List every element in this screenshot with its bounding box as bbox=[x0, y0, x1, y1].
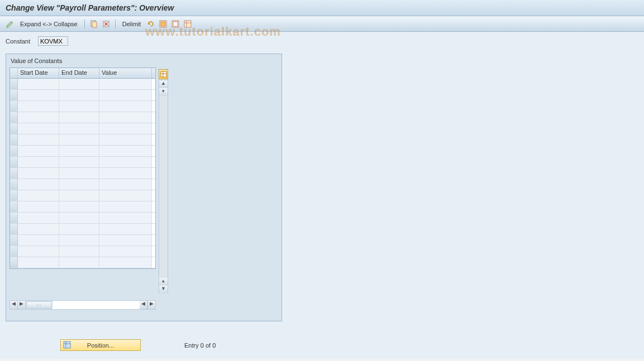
table-row[interactable] bbox=[10, 112, 155, 123]
cell-start[interactable] bbox=[18, 146, 59, 156]
table-row[interactable] bbox=[10, 190, 155, 201]
cell-value[interactable] bbox=[99, 112, 152, 123]
column-header-end[interactable]: End Date bbox=[59, 68, 99, 78]
undo-icon[interactable] bbox=[146, 20, 155, 28]
cell-end[interactable] bbox=[59, 101, 99, 112]
row-selector[interactable] bbox=[10, 235, 18, 246]
cell-start[interactable] bbox=[18, 224, 59, 234]
table-row[interactable] bbox=[10, 79, 155, 90]
cell-value[interactable] bbox=[99, 168, 152, 179]
cell-end[interactable] bbox=[59, 257, 99, 268]
delete-icon[interactable] bbox=[102, 20, 111, 28]
cell-value[interactable] bbox=[99, 157, 152, 167]
row-selector[interactable] bbox=[10, 179, 18, 190]
cell-start[interactable] bbox=[18, 168, 59, 179]
cell-value[interactable] bbox=[99, 213, 152, 223]
cell-end[interactable] bbox=[59, 79, 99, 89]
position-button[interactable]: Position... bbox=[60, 339, 141, 351]
row-selector[interactable] bbox=[10, 190, 18, 201]
cell-value[interactable] bbox=[99, 146, 152, 156]
row-selector[interactable] bbox=[10, 168, 18, 179]
cell-start[interactable] bbox=[18, 246, 59, 257]
cell-value[interactable] bbox=[99, 201, 152, 212]
row-selector[interactable] bbox=[10, 201, 18, 212]
cell-end[interactable] bbox=[59, 235, 99, 246]
vertical-scrollbar[interactable]: ▲ ▾ ▴ ▼ bbox=[159, 80, 168, 293]
row-selector[interactable] bbox=[10, 101, 18, 112]
delimit-button[interactable]: Delimit bbox=[120, 21, 144, 27]
cell-value[interactable] bbox=[99, 190, 152, 201]
cell-start[interactable] bbox=[18, 235, 59, 246]
table-row[interactable] bbox=[10, 90, 155, 101]
cell-end[interactable] bbox=[59, 213, 99, 223]
table-row[interactable] bbox=[10, 146, 155, 157]
cell-start[interactable] bbox=[18, 79, 59, 89]
row-selector[interactable] bbox=[10, 90, 18, 100]
cell-start[interactable] bbox=[18, 123, 59, 134]
cell-end[interactable] bbox=[59, 246, 99, 257]
cell-value[interactable] bbox=[99, 246, 152, 257]
table-row[interactable] bbox=[10, 101, 155, 112]
vscroll-track[interactable] bbox=[159, 96, 168, 278]
row-select-header[interactable] bbox=[10, 68, 18, 78]
cell-start[interactable] bbox=[18, 213, 59, 223]
table-row[interactable] bbox=[10, 123, 155, 134]
cell-end[interactable] bbox=[59, 146, 99, 156]
cell-end[interactable] bbox=[59, 90, 99, 100]
table-row[interactable] bbox=[10, 201, 155, 213]
copy-icon[interactable] bbox=[89, 20, 98, 28]
cell-value[interactable] bbox=[99, 101, 152, 112]
change-mode-icon[interactable] bbox=[6, 20, 15, 28]
scroll-down-icon[interactable]: ▼ bbox=[159, 286, 168, 293]
cell-value[interactable] bbox=[99, 179, 152, 190]
cell-start[interactable] bbox=[18, 157, 59, 167]
select-all-icon[interactable] bbox=[159, 20, 168, 28]
cell-end[interactable] bbox=[59, 157, 99, 167]
row-selector[interactable] bbox=[10, 213, 18, 223]
table-row[interactable] bbox=[10, 168, 155, 179]
cell-end[interactable] bbox=[59, 190, 99, 201]
cell-end[interactable] bbox=[59, 112, 99, 123]
row-selector[interactable] bbox=[10, 157, 18, 167]
scroll-down2-icon[interactable]: ▴ bbox=[159, 278, 168, 286]
table-row[interactable] bbox=[10, 246, 155, 257]
cell-start[interactable] bbox=[18, 134, 59, 145]
cell-start[interactable] bbox=[18, 112, 59, 123]
table-row[interactable] bbox=[10, 257, 155, 268]
table-configure-icon[interactable] bbox=[159, 69, 168, 79]
cell-end[interactable] bbox=[59, 123, 99, 134]
scroll-right-icon[interactable]: ▶ bbox=[147, 301, 155, 309]
row-selector[interactable] bbox=[10, 146, 18, 156]
constant-field[interactable] bbox=[38, 36, 68, 46]
cell-start[interactable] bbox=[18, 190, 59, 201]
cell-value[interactable] bbox=[99, 134, 152, 145]
expand-collapse-button[interactable]: Expand <-> Collapse bbox=[18, 21, 80, 27]
cell-end[interactable] bbox=[59, 168, 99, 179]
scroll-up2-icon[interactable]: ▾ bbox=[159, 88, 168, 96]
scroll-up-icon[interactable]: ▲ bbox=[159, 80, 168, 88]
row-selector[interactable] bbox=[10, 224, 18, 234]
hscroll-track[interactable] bbox=[53, 301, 140, 309]
scroll-left-icon[interactable]: ◀ bbox=[10, 301, 18, 309]
cell-start[interactable] bbox=[18, 90, 59, 100]
table-row[interactable] bbox=[10, 179, 155, 190]
hscroll-thumb[interactable]: ::: bbox=[26, 301, 52, 309]
row-selector[interactable] bbox=[10, 123, 18, 134]
cell-end[interactable] bbox=[59, 179, 99, 190]
cell-end[interactable] bbox=[59, 134, 99, 145]
cell-value[interactable] bbox=[99, 123, 152, 134]
cell-end[interactable] bbox=[59, 201, 99, 212]
cell-value[interactable] bbox=[99, 257, 152, 268]
cell-value[interactable] bbox=[99, 79, 152, 89]
cell-end[interactable] bbox=[59, 224, 99, 234]
table-row[interactable] bbox=[10, 134, 155, 146]
row-selector[interactable] bbox=[10, 257, 18, 268]
cell-start[interactable] bbox=[18, 257, 59, 268]
table-row[interactable] bbox=[10, 224, 155, 235]
table-row[interactable] bbox=[10, 213, 155, 224]
cell-start[interactable] bbox=[18, 201, 59, 212]
row-selector[interactable] bbox=[10, 79, 18, 89]
table-settings-icon[interactable] bbox=[183, 20, 192, 28]
row-selector[interactable] bbox=[10, 112, 18, 123]
column-header-start[interactable]: Start Date bbox=[18, 68, 59, 78]
